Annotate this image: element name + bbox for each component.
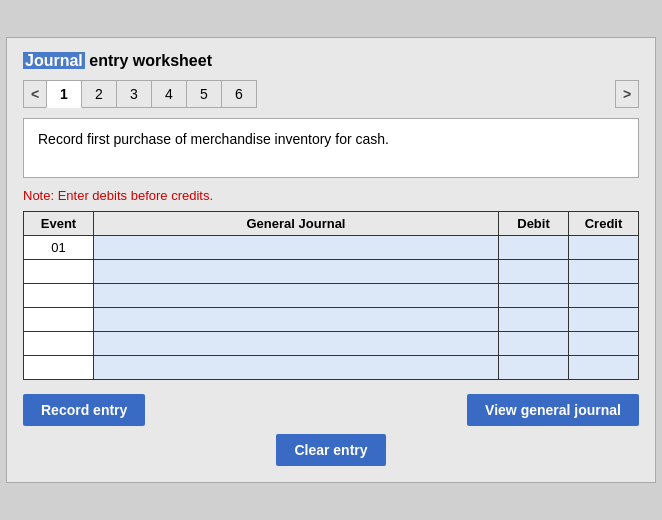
debit-input-5[interactable]	[499, 356, 568, 379]
debit-cell-4[interactable]	[499, 332, 569, 356]
description-box: Record first purchase of merchandise inv…	[23, 118, 639, 178]
debit-input-3[interactable]	[499, 308, 568, 331]
col-header-journal: General Journal	[94, 212, 499, 236]
clear-entry-button[interactable]: Clear entry	[276, 434, 385, 466]
debit-input-0[interactable]	[499, 236, 568, 259]
debit-input-1[interactable]	[499, 260, 568, 283]
journal-cell-2[interactable]	[94, 284, 499, 308]
event-cell-4	[24, 332, 94, 356]
credit-input-1[interactable]	[569, 260, 638, 283]
journal-cell-5[interactable]	[94, 356, 499, 380]
col-header-event: Event	[24, 212, 94, 236]
credit-cell-2[interactable]	[569, 284, 639, 308]
prev-arrow[interactable]: <	[23, 80, 47, 108]
col-header-credit: Credit	[569, 212, 639, 236]
page-title: Journal entry worksheet	[23, 52, 639, 70]
next-arrow[interactable]: >	[615, 80, 639, 108]
debit-cell-2[interactable]	[499, 284, 569, 308]
bottom-row-buttons: Record entry View general journal	[23, 394, 639, 426]
journal-table: Event General Journal Debit Credit 01	[23, 211, 639, 380]
note-text: Note: Enter debits before credits.	[23, 188, 639, 203]
view-general-journal-button[interactable]: View general journal	[467, 394, 639, 426]
debit-cell-3[interactable]	[499, 308, 569, 332]
credit-cell-4[interactable]	[569, 332, 639, 356]
journal-cell-4[interactable]	[94, 332, 499, 356]
event-cell-2	[24, 284, 94, 308]
tab-1[interactable]: 1	[46, 80, 82, 108]
credit-cell-5[interactable]	[569, 356, 639, 380]
table-row: 01	[24, 236, 639, 260]
title-highlight: Journal	[23, 52, 85, 69]
event-cell-3	[24, 308, 94, 332]
record-entry-button[interactable]: Record entry	[23, 394, 145, 426]
tabs-row: < 1 2 3 4 5 6 >	[23, 80, 639, 108]
event-cell-5	[24, 356, 94, 380]
tab-3[interactable]: 3	[116, 80, 152, 108]
tab-4[interactable]: 4	[151, 80, 187, 108]
table-row	[24, 332, 639, 356]
credit-input-0[interactable]	[569, 236, 638, 259]
credit-cell-0[interactable]	[569, 236, 639, 260]
journal-cell-3[interactable]	[94, 308, 499, 332]
worksheet-container: Journal entry worksheet < 1 2 3 4 5 6 > …	[6, 37, 656, 483]
journal-input-4[interactable]	[94, 332, 498, 355]
debit-cell-5[interactable]	[499, 356, 569, 380]
journal-input-2[interactable]	[94, 284, 498, 307]
debit-cell-1[interactable]	[499, 260, 569, 284]
bottom-row-clear: Clear entry	[23, 434, 639, 466]
table-row	[24, 260, 639, 284]
debit-input-2[interactable]	[499, 284, 568, 307]
tab-2[interactable]: 2	[81, 80, 117, 108]
bottom-section: Record entry View general journal Clear …	[23, 394, 639, 466]
tab-6[interactable]: 6	[221, 80, 257, 108]
tab-5[interactable]: 5	[186, 80, 222, 108]
journal-input-5[interactable]	[94, 356, 498, 379]
journal-input-3[interactable]	[94, 308, 498, 331]
table-row	[24, 284, 639, 308]
debit-input-4[interactable]	[499, 332, 568, 355]
event-cell-1	[24, 260, 94, 284]
debit-cell-0[interactable]	[499, 236, 569, 260]
credit-cell-3[interactable]	[569, 308, 639, 332]
journal-input-0[interactable]	[94, 236, 498, 259]
table-row	[24, 308, 639, 332]
credit-input-5[interactable]	[569, 356, 638, 379]
journal-input-1[interactable]	[94, 260, 498, 283]
journal-cell-1[interactable]	[94, 260, 499, 284]
table-row	[24, 356, 639, 380]
credit-input-2[interactable]	[569, 284, 638, 307]
credit-cell-1[interactable]	[569, 260, 639, 284]
journal-cell-0[interactable]	[94, 236, 499, 260]
credit-input-4[interactable]	[569, 332, 638, 355]
col-header-debit: Debit	[499, 212, 569, 236]
description-text: Record first purchase of merchandise inv…	[38, 131, 389, 147]
credit-input-3[interactable]	[569, 308, 638, 331]
event-cell-0: 01	[24, 236, 94, 260]
